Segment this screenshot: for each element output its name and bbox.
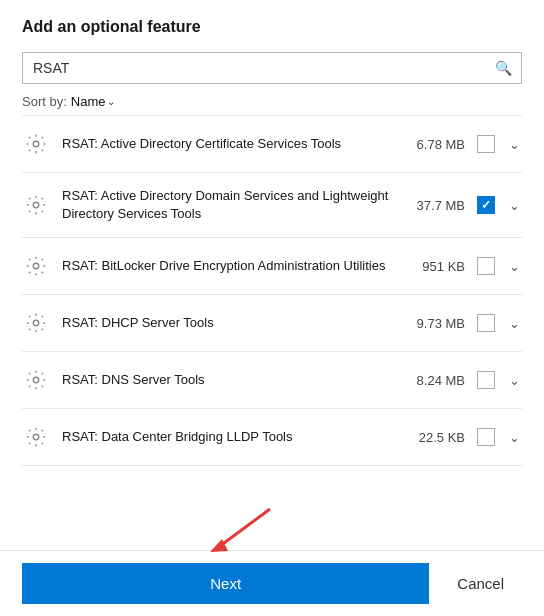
feature-checkbox[interactable] (477, 371, 495, 389)
next-button[interactable]: Next (22, 563, 429, 604)
features-list: RSAT: Active Directory Certificate Servi… (22, 115, 522, 550)
svg-point-0 (33, 141, 39, 147)
dialog-header: Add an optional feature (0, 0, 544, 46)
feature-checkbox[interactable] (477, 257, 495, 275)
sort-bar: Sort by: Name ⌄ (0, 84, 544, 115)
feature-size: 8.24 MB (407, 373, 465, 388)
sort-value-button[interactable]: Name ⌄ (71, 94, 116, 109)
feature-checkbox[interactable] (477, 314, 495, 332)
feature-icon (22, 191, 50, 219)
feature-name: RSAT: BitLocker Drive Encryption Adminis… (62, 257, 395, 275)
svg-point-2 (33, 264, 39, 270)
sort-chevron-icon: ⌄ (107, 96, 115, 107)
feature-icon (22, 423, 50, 451)
feature-size: 22.5 KB (407, 430, 465, 445)
feature-expand-icon[interactable]: ⌄ (507, 430, 522, 445)
svg-point-5 (33, 435, 39, 441)
feature-checkbox[interactable] (477, 196, 495, 214)
feature-checkbox[interactable] (477, 428, 495, 446)
feature-expand-icon[interactable]: ⌄ (507, 373, 522, 388)
feature-expand-icon[interactable]: ⌄ (507, 137, 522, 152)
feature-icon (22, 309, 50, 337)
svg-point-1 (33, 202, 39, 208)
cancel-button[interactable]: Cancel (439, 563, 522, 604)
feature-icon (22, 252, 50, 280)
feature-size: 9.73 MB (407, 316, 465, 331)
svg-point-3 (33, 321, 39, 327)
feature-expand-icon[interactable]: ⌄ (507, 198, 522, 213)
list-item: RSAT: Active Directory Certificate Servi… (22, 116, 522, 173)
dialog-footer: Next Cancel (0, 550, 544, 616)
list-item: RSAT: Active Directory Domain Services a… (22, 173, 522, 238)
feature-expand-icon[interactable]: ⌄ (507, 316, 522, 331)
feature-name: RSAT: Data Center Bridging LLDP Tools (62, 428, 395, 446)
feature-name: RSAT: DNS Server Tools (62, 371, 395, 389)
list-item: RSAT: Data Center Bridging LLDP Tools22.… (22, 409, 522, 466)
feature-name: RSAT: Active Directory Domain Services a… (62, 187, 395, 223)
search-icon: 🔍 (495, 60, 512, 76)
search-container: 🔍 (22, 52, 522, 84)
list-item: RSAT: BitLocker Drive Encryption Adminis… (22, 238, 522, 295)
feature-name: RSAT: DHCP Server Tools (62, 314, 395, 332)
feature-size: 6.78 MB (407, 137, 465, 152)
arrow-indicator (200, 504, 280, 558)
search-input[interactable] (22, 52, 522, 84)
feature-size: 37.7 MB (407, 198, 465, 213)
svg-line-6 (220, 509, 270, 546)
list-item: RSAT: DHCP Server Tools9.73 MB⌄ (22, 295, 522, 352)
feature-size: 951 KB (407, 259, 465, 274)
list-item: RSAT: DNS Server Tools8.24 MB⌄ (22, 352, 522, 409)
feature-checkbox[interactable] (477, 135, 495, 153)
feature-icon (22, 130, 50, 158)
svg-point-4 (33, 378, 39, 384)
feature-name: RSAT: Active Directory Certificate Servi… (62, 135, 395, 153)
dialog-title: Add an optional feature (22, 18, 522, 36)
sort-label: Sort by: (22, 94, 67, 109)
add-optional-feature-dialog: Add an optional feature 🔍 Sort by: Name … (0, 0, 544, 616)
feature-expand-icon[interactable]: ⌄ (507, 259, 522, 274)
sort-name: Name (71, 94, 106, 109)
feature-icon (22, 366, 50, 394)
